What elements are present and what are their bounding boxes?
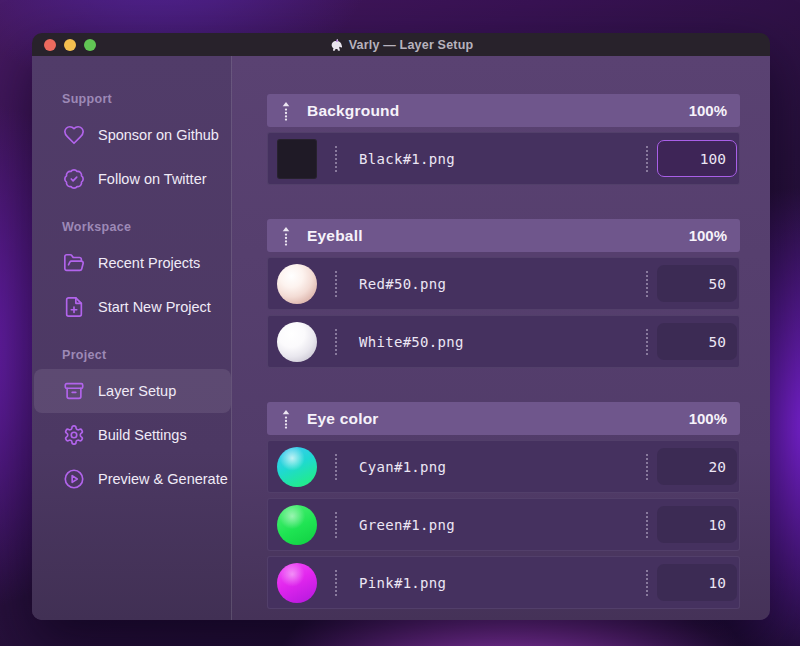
layer-weight-input[interactable] bbox=[657, 140, 737, 177]
file-plus-icon bbox=[63, 296, 85, 318]
sidebar-item-sponsor-on-github[interactable]: Sponsor on Github bbox=[34, 113, 231, 157]
sidebar-item-layer-setup[interactable]: Layer Setup bbox=[34, 369, 231, 413]
gear-icon bbox=[63, 424, 85, 446]
sidebar-section-label: Project bbox=[32, 345, 231, 365]
dotted-divider bbox=[646, 512, 648, 538]
dotted-divider bbox=[646, 271, 648, 297]
layer-weight-input[interactable] bbox=[657, 448, 737, 485]
cyan-sphere-thumbnail bbox=[277, 447, 317, 487]
dotted-divider bbox=[335, 570, 337, 596]
sidebar-item-label: Start New Project bbox=[98, 299, 211, 315]
dotted-divider bbox=[335, 146, 337, 172]
dotted-divider bbox=[646, 570, 648, 596]
layer-group-weight: 100% bbox=[689, 410, 727, 427]
sidebar-section: Support Sponsor on Github Follow on Twit… bbox=[32, 89, 231, 201]
zoom-button[interactable] bbox=[84, 39, 96, 51]
sidebar-item-label: Preview & Generate bbox=[98, 471, 228, 487]
layer-row-white-50-png: White#50.png bbox=[267, 315, 740, 368]
layer-file-name: Green#1.png bbox=[359, 517, 628, 533]
archive-icon bbox=[63, 380, 85, 402]
layer-file-name: Black#1.png bbox=[359, 151, 628, 167]
sidebar-section: Project Layer Setup Build Settings Previ… bbox=[32, 345, 231, 501]
layer-group-eye-color: Eye color 100% Cyan#1.png Green#1.png Pi… bbox=[267, 402, 740, 609]
drag-handle-icon[interactable] bbox=[280, 101, 292, 121]
layer-weight-input[interactable] bbox=[657, 506, 737, 543]
layer-row-green-1-png: Green#1.png bbox=[267, 498, 740, 551]
drag-handle-icon[interactable] bbox=[280, 409, 292, 429]
layer-group-header: Background 100% bbox=[267, 94, 740, 127]
layer-file-name: Cyan#1.png bbox=[359, 459, 628, 475]
sidebar-section: Workspace Recent Projects Start New Proj… bbox=[32, 217, 231, 329]
layer-group-header: Eye color 100% bbox=[267, 402, 740, 435]
sidebar-item-build-settings[interactable]: Build Settings bbox=[34, 413, 231, 457]
sidebar-item-label: Follow on Twitter bbox=[98, 171, 207, 187]
sidebar-section-label: Workspace bbox=[32, 217, 231, 237]
sidebar-section-label: Support bbox=[32, 89, 231, 109]
pink-sphere-thumbnail bbox=[277, 563, 317, 603]
dotted-divider bbox=[646, 454, 648, 480]
sidebar-item-label: Sponsor on Github bbox=[98, 127, 219, 143]
dotted-divider bbox=[335, 454, 337, 480]
layer-weight-input[interactable] bbox=[657, 323, 737, 360]
sidebar-item-label: Recent Projects bbox=[98, 255, 200, 271]
layer-group-name: Eye color bbox=[307, 410, 689, 428]
heart-icon bbox=[63, 124, 85, 146]
sidebar: Support Sponsor on Github Follow on Twit… bbox=[32, 56, 232, 620]
layer-row-red-50-png: Red#50.png bbox=[267, 257, 740, 310]
titlebar: Varly — Layer Setup bbox=[32, 33, 770, 56]
black-square-thumbnail bbox=[277, 139, 317, 179]
dotted-divider bbox=[335, 329, 337, 355]
layer-group-weight: 100% bbox=[689, 227, 727, 244]
minimize-button[interactable] bbox=[64, 39, 76, 51]
dotted-divider bbox=[646, 329, 648, 355]
sidebar-item-preview-generate[interactable]: Preview & Generate bbox=[34, 457, 231, 501]
layer-file-name: White#50.png bbox=[359, 334, 628, 350]
white-sphere-thumbnail bbox=[277, 322, 317, 362]
sidebar-item-follow-on-twitter[interactable]: Follow on Twitter bbox=[34, 157, 231, 201]
layer-weight-input[interactable] bbox=[657, 265, 737, 302]
layer-group-name: Eyeball bbox=[307, 227, 689, 245]
layer-weight-input[interactable] bbox=[657, 564, 737, 601]
layer-group-weight: 100% bbox=[689, 102, 727, 119]
sidebar-item-label: Build Settings bbox=[98, 427, 187, 443]
layer-row-black-1-png: Black#1.png bbox=[267, 132, 740, 185]
layer-file-name: Pink#1.png bbox=[359, 575, 628, 591]
desktop-background: Varly — Layer Setup Support Sponsor on G… bbox=[0, 0, 800, 646]
window-content: Support Sponsor on Github Follow on Twit… bbox=[32, 56, 770, 620]
layer-group-eyeball: Eyeball 100% Red#50.png White#50.png bbox=[267, 219, 740, 368]
play-circle-icon bbox=[63, 468, 85, 490]
red-sphere-thumbnail bbox=[277, 264, 317, 304]
layer-file-name: Red#50.png bbox=[359, 276, 628, 292]
folder-open-icon bbox=[63, 252, 85, 274]
layer-group-header: Eyeball 100% bbox=[267, 219, 740, 252]
unicorn-icon bbox=[329, 38, 343, 52]
sidebar-item-label: Layer Setup bbox=[98, 383, 176, 399]
close-button[interactable] bbox=[44, 39, 56, 51]
traffic-lights bbox=[44, 33, 96, 56]
app-window: Varly — Layer Setup Support Sponsor on G… bbox=[32, 33, 770, 620]
green-sphere-thumbnail bbox=[277, 505, 317, 545]
layer-row-pink-1-png: Pink#1.png bbox=[267, 556, 740, 609]
window-title: Varly — Layer Setup bbox=[329, 38, 474, 52]
window-title-text: Varly — Layer Setup bbox=[349, 38, 474, 52]
sidebar-item-recent-projects[interactable]: Recent Projects bbox=[34, 241, 231, 285]
layer-group-name: Background bbox=[307, 102, 689, 120]
badge-check-icon bbox=[63, 168, 85, 190]
layer-group-background: Background 100% Black#1.png bbox=[267, 94, 740, 185]
drag-handle-icon[interactable] bbox=[280, 226, 292, 246]
dotted-divider bbox=[335, 512, 337, 538]
layer-row-cyan-1-png: Cyan#1.png bbox=[267, 440, 740, 493]
layer-list: Background 100% Black#1.png Eyeball 100%… bbox=[232, 56, 770, 620]
sidebar-item-start-new-project[interactable]: Start New Project bbox=[34, 285, 231, 329]
dotted-divider bbox=[335, 271, 337, 297]
dotted-divider bbox=[646, 146, 648, 172]
